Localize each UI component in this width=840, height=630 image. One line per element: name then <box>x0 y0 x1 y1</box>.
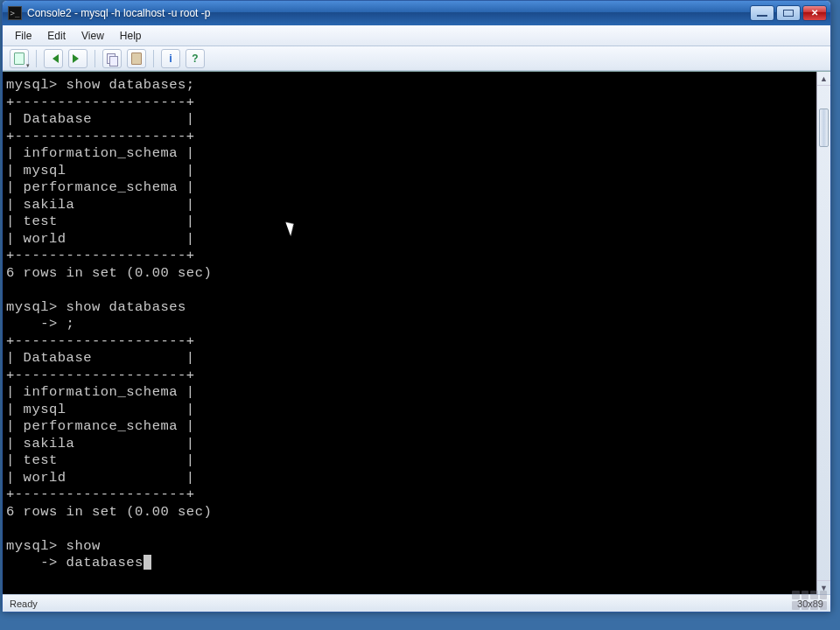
terminal-line: +--------------------+ <box>6 248 195 263</box>
menu-view[interactable]: View <box>74 27 111 45</box>
terminal-line: | test | <box>6 452 195 468</box>
menu-edit[interactable]: Edit <box>40 27 73 45</box>
text-cursor <box>144 555 151 570</box>
terminal-line: -> databases <box>6 555 144 570</box>
terminal[interactable]: mysql> show databases; +----------------… <box>3 72 816 594</box>
app-icon: >_ <box>8 6 22 20</box>
scroll-track[interactable] <box>817 86 830 580</box>
vertical-scrollbar[interactable]: ▲ ▼ <box>816 72 830 594</box>
terminal-line: | information_schema | <box>6 384 195 400</box>
terminal-line: 6 rows in set (0.00 sec) <box>6 265 212 281</box>
window-controls <box>750 5 827 21</box>
terminal-line: +--------------------+ <box>6 333 195 349</box>
terminal-line: | test | <box>6 214 195 229</box>
toolbar-separator <box>36 50 37 67</box>
terminal-line: | information_schema | <box>6 145 195 161</box>
copy-button[interactable] <box>102 49 122 68</box>
terminal-line: +--------------------+ <box>6 94 195 110</box>
scroll-up-icon[interactable]: ▲ <box>817 72 830 86</box>
terminal-line: | performance_schema | <box>6 179 195 195</box>
toolbar: i ? <box>3 46 830 71</box>
terminal-line: | Database | <box>6 111 195 127</box>
terminal-line: | sakila | <box>6 436 195 452</box>
terminal-line: +--------------------+ <box>6 129 195 144</box>
terminal-line: mysql> show databases <box>6 299 186 315</box>
terminal-line: | Database | <box>6 350 195 366</box>
terminal-area: mysql> show databases; +----------------… <box>3 71 830 594</box>
menu-file[interactable]: File <box>8 27 38 45</box>
minimize-button[interactable] <box>750 5 774 21</box>
terminal-line: | world | <box>6 470 195 486</box>
terminal-line: | world | <box>6 231 195 247</box>
help-button[interactable]: ? <box>186 49 205 68</box>
status-text: Ready <box>10 598 38 609</box>
app-window: >_ Console2 - mysql -h localhost -u root… <box>2 0 831 612</box>
resize-grip-icon[interactable] <box>792 591 827 610</box>
toolbar-separator <box>94 50 95 67</box>
terminal-line: mysql> show databases; <box>6 77 195 93</box>
new-tab-button[interactable] <box>10 49 29 68</box>
info-button[interactable]: i <box>161 49 180 68</box>
menubar: File Edit View Help <box>3 25 830 46</box>
terminal-line: -> ; <box>6 316 74 332</box>
scroll-thumb[interactable] <box>819 108 829 147</box>
menu-help[interactable]: Help <box>113 27 149 45</box>
terminal-line: | mysql | <box>6 402 195 417</box>
paste-button[interactable] <box>127 49 146 68</box>
terminal-line: | performance_schema | <box>6 418 195 434</box>
terminal-line: | mysql | <box>6 163 195 178</box>
window-title: Console2 - mysql -h localhost -u root -p <box>27 7 750 19</box>
terminal-line: mysql> show <box>6 538 101 554</box>
maximize-button[interactable] <box>776 5 801 21</box>
forward-button[interactable] <box>68 49 88 68</box>
terminal-line: | sakila | <box>6 197 195 213</box>
close-button[interactable] <box>802 5 827 21</box>
statusbar: Ready 30x89 <box>3 594 830 612</box>
back-button[interactable] <box>44 49 63 68</box>
toolbar-separator <box>153 50 154 67</box>
terminal-line: 6 rows in set (0.00 sec) <box>6 504 212 520</box>
titlebar[interactable]: >_ Console2 - mysql -h localhost -u root… <box>3 1 830 25</box>
terminal-line: +--------------------+ <box>6 368 195 383</box>
terminal-line: +--------------------+ <box>6 486 195 502</box>
